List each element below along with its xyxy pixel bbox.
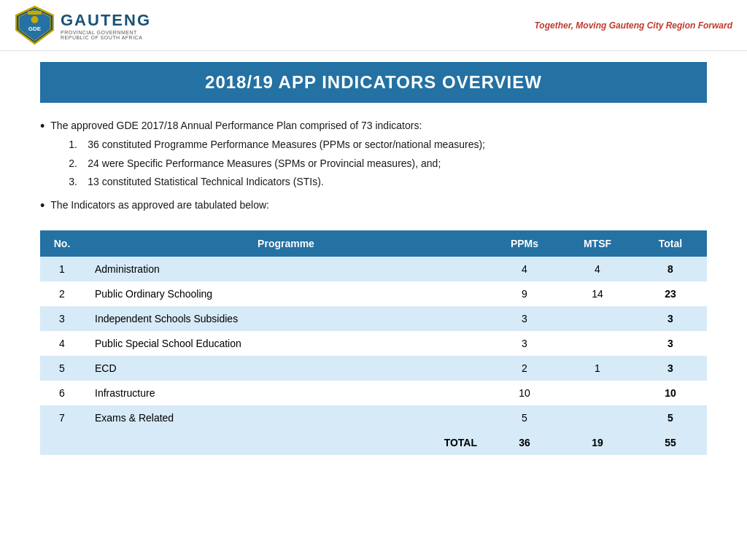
cell-ppms: 9 <box>488 281 561 306</box>
svg-rect-2 <box>28 11 42 15</box>
total-empty-1 <box>40 430 84 455</box>
sub-list-item-3: 3. 13 constituted Statistical Technical … <box>69 174 485 190</box>
table-container: No. Programme PPMs MTSF Total 1Administr… <box>40 230 707 455</box>
cell-programme: Infrastructure <box>84 381 488 405</box>
total-ppms: 36 <box>488 430 561 455</box>
bullet-point-1: • The approved GDE 2017/18 Annual Perfor… <box>40 117 707 192</box>
cell-programme: Public Special School Education <box>84 331 488 356</box>
cell-ppms: 4 <box>488 257 561 281</box>
sub-num-2: 2. <box>69 155 82 171</box>
table-header-row: No. Programme PPMs MTSF Total <box>40 230 707 257</box>
sub-text-3: 13 constituted Statistical Technical Ind… <box>88 174 323 190</box>
cell-programme: ECD <box>84 356 488 381</box>
cell-programme: Administration <box>84 257 488 281</box>
cell-mtsf: 14 <box>561 281 634 306</box>
sub-num-3: 3. <box>69 174 82 190</box>
table-row: 7Exams & Related55 <box>40 405 707 430</box>
bullet-dot-1: • <box>40 116 44 192</box>
svg-point-3 <box>31 16 39 23</box>
col-header-programme: Programme <box>84 230 488 257</box>
cell-mtsf: 1 <box>561 356 634 381</box>
cell-no: 7 <box>40 405 84 430</box>
total-total: 55 <box>634 430 707 455</box>
bullet-section: • The approved GDE 2017/18 Annual Perfor… <box>40 117 707 216</box>
cell-total: 23 <box>634 281 707 306</box>
cell-mtsf <box>561 381 634 405</box>
cell-programme: Independent Schools Subsidies <box>84 306 488 331</box>
cell-total: 10 <box>634 381 707 405</box>
page-title: 2018/19 APP INDICATORS OVERVIEW <box>40 62 707 103</box>
col-header-no: No. <box>40 230 84 257</box>
cell-ppms: 10 <box>488 381 561 405</box>
table-row: 4Public Special School Education33 <box>40 331 707 356</box>
cell-ppms: 2 <box>488 356 561 381</box>
sub-text-2: 24 were Specific Performance Measures (S… <box>88 155 441 171</box>
sub-list-item-1: 1. 36 constituted Programme Performance … <box>69 136 485 152</box>
cell-no: 1 <box>40 257 84 281</box>
logo-text: GAUTENG PROVINCIAL GOVERNMENT REPUBLIC O… <box>61 11 151 40</box>
gauteng-emblem: GDE <box>15 5 55 45</box>
sub-list: 1. 36 constituted Programme Performance … <box>50 136 485 190</box>
svg-text:GDE: GDE <box>28 26 42 32</box>
cell-total: 5 <box>634 405 707 430</box>
cell-mtsf <box>561 331 634 356</box>
bullet-content-1: The approved GDE 2017/18 Annual Performa… <box>50 117 485 192</box>
table-row: 5ECD213 <box>40 356 707 381</box>
cell-no: 6 <box>40 381 84 405</box>
total-row: TOTAL361955 <box>40 430 707 455</box>
total-mtsf: 19 <box>561 430 634 455</box>
bullet-point-2: • The Indicators as approved are tabulat… <box>40 197 707 217</box>
cell-no: 3 <box>40 306 84 331</box>
bullet-dot-2: • <box>40 195 44 217</box>
table-row: 6Infrastructure1010 <box>40 381 707 405</box>
cell-ppms: 3 <box>488 306 561 331</box>
cell-programme: Public Ordinary Schooling <box>84 281 488 306</box>
cell-mtsf: 4 <box>561 257 634 281</box>
total-label: TOTAL <box>84 430 488 455</box>
logo-main-title: GAUTENG <box>61 11 151 30</box>
logo-subtitle2: REPUBLIC OF SOUTH AFRICA <box>61 35 151 40</box>
logo-section: GDE GAUTENG PROVINCIAL GOVERNMENT REPUBL… <box>15 5 151 45</box>
cell-ppms: 3 <box>488 331 561 356</box>
cell-mtsf <box>561 306 634 331</box>
sub-text-1: 36 constituted Programme Performance Mea… <box>88 136 485 152</box>
bullet-text-2: The Indicators as approved are tabulated… <box>50 197 269 217</box>
cell-total: 3 <box>634 306 707 331</box>
cell-mtsf <box>561 405 634 430</box>
logo-subtitle1: PROVINCIAL GOVERNMENT <box>61 30 151 35</box>
cell-total: 3 <box>634 331 707 356</box>
cell-ppms: 5 <box>488 405 561 430</box>
header-tagline: Together, Moving Gauteng City Region For… <box>534 20 732 31</box>
cell-no: 2 <box>40 281 84 306</box>
table-row: 2Public Ordinary Schooling91423 <box>40 281 707 306</box>
cell-programme: Exams & Related <box>84 405 488 430</box>
indicators-table: No. Programme PPMs MTSF Total 1Administr… <box>40 230 707 455</box>
cell-total: 8 <box>634 257 707 281</box>
sub-num-1: 1. <box>69 136 82 152</box>
col-header-ppms: PPMs <box>488 230 561 257</box>
cell-no: 5 <box>40 356 84 381</box>
table-row: 3Independent Schools Subsidies33 <box>40 306 707 331</box>
main-content: 2018/19 APP INDICATORS OVERVIEW • The ap… <box>0 51 747 466</box>
bullet-text-1: The approved GDE 2017/18 Annual Performa… <box>50 120 422 131</box>
col-header-mtsf: MTSF <box>561 230 634 257</box>
cell-no: 4 <box>40 331 84 356</box>
table-row: 1Administration448 <box>40 257 707 281</box>
col-header-total: Total <box>634 230 707 257</box>
header: GDE GAUTENG PROVINCIAL GOVERNMENT REPUBL… <box>0 0 747 51</box>
cell-total: 3 <box>634 356 707 381</box>
sub-list-item-2: 2. 24 were Specific Performance Measures… <box>69 155 485 171</box>
